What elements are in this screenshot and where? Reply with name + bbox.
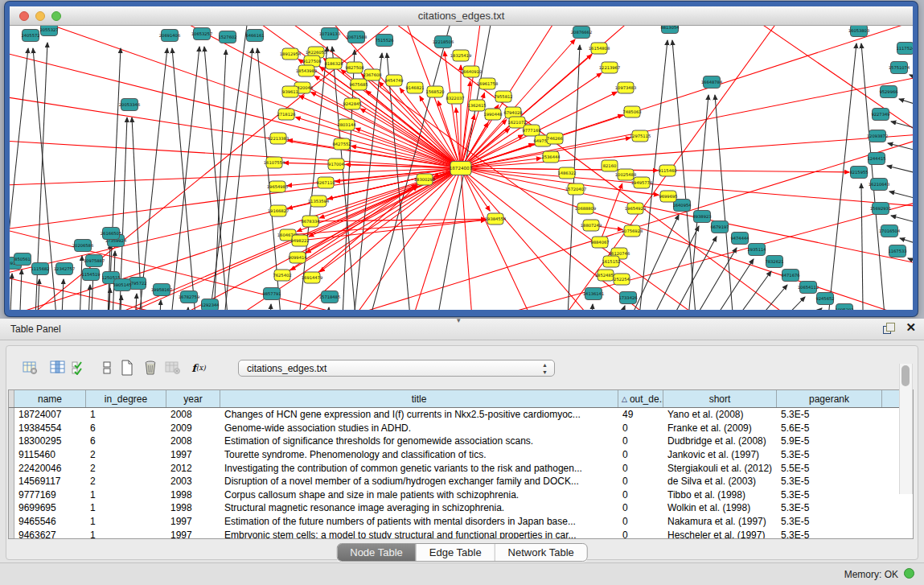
table-header-row[interactable]: namein_degreeyeartitle△out_de...shortpag… [9, 390, 913, 408]
cell-short[interactable]: Dudbridge et al. (2008) [663, 435, 777, 448]
graph-node[interactable]: 9227349 [871, 109, 889, 121]
table-scrollbar[interactable] [899, 364, 913, 494]
cell-short[interactable]: Jankovic et al. (1997) [663, 448, 777, 462]
graph-node[interactable]: 18807249 [581, 220, 602, 231]
graph-node[interactable]: 2718126 [277, 109, 295, 120]
cell-pagerank[interactable]: 5.9E-5 [777, 435, 882, 448]
graph-node[interactable]: 10653257 [191, 28, 212, 40]
graph-node[interactable]: 7485063 [622, 106, 641, 117]
graph-node[interactable]: 20876662 [571, 27, 592, 39]
table-panel-header[interactable]: ▾ Table Panel ✕ [0, 319, 924, 340]
graph-node[interactable]: 1362615 [467, 100, 486, 111]
cell-title[interactable]: Changes of HCN gene expression and I(f) … [220, 408, 618, 422]
table-row[interactable]: 946362711997Embryonic stem cells: a mode… [9, 528, 913, 539]
cell-short[interactable]: Yano et al. (2008) [663, 408, 777, 422]
graph-node[interactable]: 16782759 [179, 291, 199, 303]
graph-node[interactable]: 9884067 [590, 237, 609, 248]
cell-in_degree[interactable]: 2 [86, 475, 166, 488]
graph-node[interactable]: 8322037 [446, 93, 464, 104]
cell-title[interactable]: Estimation of significance thresholds fo… [220, 435, 618, 448]
cell-in_degree[interactable]: 1 [86, 515, 166, 529]
graph-node[interactable]: 20206586 [72, 240, 93, 252]
graph-node[interactable]: 2935114 [747, 244, 766, 256]
cell-short[interactable]: de Silva et al. (2003) [663, 475, 777, 488]
cell-name[interactable]: 14569117 [14, 475, 86, 488]
tab-node-table[interactable]: Node Table [337, 544, 417, 561]
graph-node[interactable]: 9146821 [405, 82, 424, 93]
graph-node[interactable]: 7832621 [765, 256, 783, 268]
cell-year[interactable]: 1997 [166, 515, 220, 529]
graph-node[interactable]: 16914479 [302, 272, 322, 283]
cell-year[interactable]: 1998 [166, 501, 220, 515]
cell-out_degree[interactable]: 0 [618, 528, 663, 539]
graph-node[interactable]: 850561 [14, 253, 31, 266]
graph-node[interactable]: 9099414 [288, 252, 307, 263]
graph-node[interactable]: 2405572 [21, 30, 39, 42]
cell-short[interactable]: Stergiakouli et al. (2012) [663, 461, 777, 475]
cell-in_degree[interactable]: 1 [86, 528, 166, 539]
table-row[interactable]: 946554611997Estimation of the future num… [9, 515, 913, 529]
table-row[interactable]: 1938455462009Genome-wide association stu… [9, 422, 913, 435]
graph-node[interactable]: 18543982 [296, 65, 317, 76]
graph-node[interactable]: 1154519 [81, 269, 100, 281]
float-panel-icon[interactable] [883, 322, 894, 333]
graph-node[interactable]: 15692931 [870, 203, 891, 215]
graph-node[interactable]: 10025488 [615, 169, 636, 180]
cell-pagerank[interactable]: 5.3E-5 [777, 475, 882, 488]
graph-node[interactable]: 10973483 [615, 82, 636, 93]
graph-node[interactable]: 8678334 [301, 216, 320, 227]
cell-out_degree[interactable]: 0 [618, 515, 663, 529]
cell-name[interactable]: 9699695 [14, 501, 86, 515]
cell-year[interactable]: 2012 [166, 461, 220, 475]
graph-node[interactable]: 19166827 [268, 205, 289, 216]
graph-node[interactable]: 6466161 [245, 30, 264, 42]
table-row[interactable]: 1872400712008Changes of HCN gene express… [9, 408, 913, 422]
cell-pagerank[interactable]: 5.3E-5 [777, 515, 882, 529]
network-window[interactable]: citations_edges.txt 24055722055327206914… [5, 2, 918, 316]
cell-out_degree[interactable]: 0 [618, 448, 663, 462]
cell-in_degree[interactable]: 6 [86, 435, 166, 448]
cell-name[interactable]: 9115460 [14, 448, 86, 462]
graph-node[interactable]: 917004 [328, 159, 345, 170]
tab-edge-table[interactable]: Edge Table [417, 544, 495, 561]
cell-out_degree[interactable]: 0 [618, 501, 663, 515]
graph-node[interactable]: 9777169 [522, 125, 540, 136]
table-scrollbar-thumb[interactable] [901, 365, 910, 386]
graph-node[interactable]: 15718485 [319, 291, 340, 303]
cell-pagerank[interactable]: 5.5E-5 [777, 461, 882, 475]
cell-year[interactable]: 2003 [166, 475, 220, 488]
column-header-pagerank[interactable]: pagerank [777, 390, 882, 407]
graph-node[interactable]: 10688809 [575, 203, 596, 214]
cell-in_degree[interactable]: 1 [86, 488, 166, 502]
graph-node[interactable]: 10671588 [346, 31, 367, 43]
graph-node[interactable]: 9245652 [815, 293, 834, 305]
cell-year[interactable]: 2008 [166, 435, 220, 448]
graph-node[interactable]: 9529966 [879, 86, 897, 98]
graph-node[interactable]: 746266 [547, 133, 563, 144]
cell-name[interactable]: 19384554 [14, 422, 86, 435]
graph-node[interactable]: 18724007 [450, 162, 473, 175]
cell-title[interactable]: Genome-wide association studies in ADHD. [220, 422, 618, 435]
cell-out_degree[interactable]: 0 [618, 488, 663, 502]
cell-short[interactable]: Hescheler et al. (1997) [663, 528, 777, 539]
graph-node[interactable]: 9242845 [343, 98, 361, 109]
table-row[interactable]: 1830029562008Estimation of significance … [9, 435, 913, 448]
graph-node[interactable]: 9267110 [316, 177, 335, 188]
cell-name[interactable]: 9465546 [14, 515, 86, 529]
row-select-button[interactable] [69, 358, 88, 377]
function-builder-button[interactable]: f(x) [189, 358, 208, 377]
graph-node[interactable]: 9115460 [658, 165, 676, 176]
cell-title[interactable]: Disruption of a novel member of a sodium… [220, 475, 618, 488]
cell-short[interactable]: Franke et al. (2009) [663, 422, 777, 435]
cell-name[interactable]: 9777169 [14, 488, 86, 502]
graph-node[interactable]: 17016504 [879, 225, 901, 237]
graph-node[interactable]: 8454749 [384, 75, 403, 86]
graph-node[interactable]: 18300295 [414, 174, 435, 185]
cell-out_degree[interactable]: 0 [618, 461, 663, 475]
graph-node[interactable]: 9675685 [349, 79, 368, 90]
cell-out_degree[interactable]: 0 [618, 435, 663, 448]
cell-in_degree[interactable]: 1 [86, 408, 166, 422]
cell-title[interactable]: Estimation of the future numbers of pati… [220, 515, 618, 529]
graph-node[interactable]: 12213383 [268, 133, 289, 144]
graph-node[interactable]: 1292344 [200, 299, 220, 311]
